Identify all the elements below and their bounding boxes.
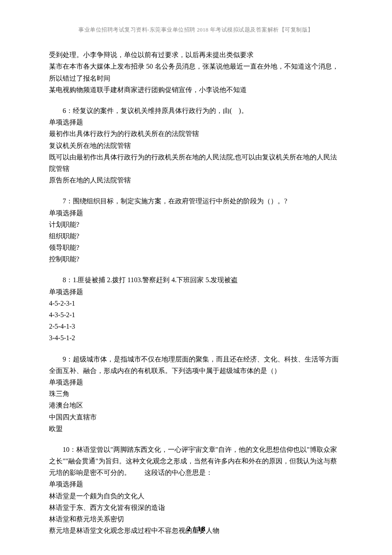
prelude-block: 受到处理。小李争辩说，单位以前有过要求，以后再未提出类似要求 某市在本市各大媒体… [49,49,343,95]
prelude-line-1: 受到处理。小李争辩说，单位以前有过要求，以后再未提出类似要求 [49,49,343,61]
question-9: 9：超级城市体，是指城市不仅在地理层面的聚集，而且还在经济、文化、科技、生活等方… [49,353,343,434]
question-7-type: 单项选择题 [49,207,343,219]
question-8: 8：1.匪徒被捕 2.拨打 1103.警察赶到 4.下班回家 5.发现被盗 单项… [49,274,343,344]
question-7-option-a: 计划职能? [49,219,343,230]
question-8-option-c: 2-5-4-1-3 [49,321,343,332]
question-7-option-c: 领导职能? [49,242,343,253]
prelude-line-2: 某市在本市各大媒体上发布招录 50 名公务员消息，张某说他最近一直在外地，不知道… [49,61,343,84]
question-9-stem: 9：超级城市体，是指城市不仅在地理层面的聚集，而且还在经济、文化、科技、生活等方… [49,353,343,376]
question-9-option-c: 中国四大直辖市 [49,411,343,423]
question-6-option-c: 既可以由最初作出具体行政行为的行政机关所在地的人民法院,也可以由复议机关所在地的… [49,151,343,174]
question-8-stem: 8：1.匪徒被捕 2.拨打 1103.警察赶到 4.下班回家 5.发现被盗 [49,274,343,286]
question-9-type: 单项选择题 [49,376,343,388]
question-7-stem: 7：围绕组织目标，制定实施方案，在政府管理运行中所处的阶段为（）。? [49,195,343,207]
question-9-option-d: 欧盟 [49,423,343,434]
question-6-option-d: 原告所在地的人民法院管辖 [49,174,343,186]
question-10: 10：林语堂曾以"两脚踏东西文化，一心评宇宙文章"自许，他的文化思想信仰也以"博… [49,444,343,537]
question-7: 7：围绕组织目标，制定实施方案，在政府管理运行中所处的阶段为（）。? 单项选择题… [49,195,343,265]
question-10-option-c: 林语堂和蔡元培关系密切 [49,513,343,525]
page-header: 事业单位招聘考试复习资料-东莞事业单位招聘 2018 年考试模拟试题及答案解析【… [49,26,343,35]
document-page: 事业单位招聘考试复习资料-东莞事业单位招聘 2018 年考试模拟试题及答案解析【… [0,0,392,555]
question-7-option-d: 控制职能? [49,253,343,265]
question-6-stem: 6：经复议的案件，复议机关维持原具体行政行为的，由( )。 [49,105,343,116]
question-8-option-b: 4-3-5-2-1 [49,309,343,321]
question-10-stem: 10：林语堂曾以"两脚踏东西文化，一心评宇宙文章"自许，他的文化思想信仰也以"博… [49,444,343,479]
question-6-type: 单项选择题 [49,116,343,128]
question-10-option-b: 林语堂于东、西方文化皆有很深的造诣 [49,502,343,513]
prelude-line-3: 某电视购物频道联手建材商家进行团购促销宣传，小李说他不知道 [49,84,343,95]
question-6-option-b: 复议机关所在地的法院管辖 [49,140,343,151]
question-6-option-a: 最初作出具体行政行为的行政机关所在的法院管辖 [49,128,343,139]
question-10-type: 单项选择题 [49,478,343,490]
page-footer: 2 / 18 [0,524,392,535]
question-9-option-b: 港澳台地区 [49,399,343,411]
question-6: 6：经复议的案件，复议机关维持原具体行政行为的，由( )。 单项选择题 最初作出… [49,105,343,186]
question-8-option-d: 3-4-5-1-2 [49,332,343,344]
question-7-option-b: 组织职能? [49,230,343,242]
question-9-option-a: 珠三角 [49,388,343,399]
question-10-option-a: 林语堂是一个颇为自负的文化人 [49,490,343,502]
question-8-type: 单项选择题 [49,286,343,298]
question-8-option-a: 4-5-2-3-1 [49,298,343,309]
